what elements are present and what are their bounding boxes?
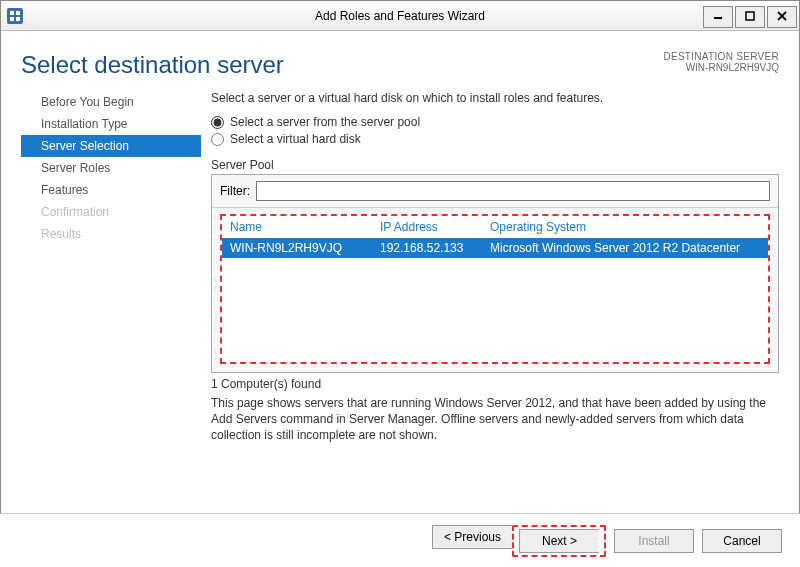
wizard-footer: < Previous Next > Install Cancel — [0, 513, 800, 567]
cell-name: WIN-RN9L2RH9VJQ — [230, 241, 380, 255]
intro-text: Select a server or a virtual hard disk o… — [211, 91, 779, 105]
step-features[interactable]: Features — [21, 179, 201, 201]
page-description-text: This page shows servers that are running… — [211, 395, 779, 444]
table-row[interactable]: WIN-RN9L2RH9VJQ 192.168.52.133 Microsoft… — [222, 238, 768, 258]
step-server-selection[interactable]: Server Selection — [21, 135, 201, 157]
wizard-body: Select destination server DESTINATION SE… — [1, 31, 799, 512]
title-bar: Add Roles and Features Wizard — [1, 1, 799, 31]
radio-server-pool-input[interactable] — [211, 116, 224, 129]
radio-vhd[interactable]: Select a virtual hard disk — [211, 132, 779, 146]
cell-ip: 192.168.52.133 — [380, 241, 490, 255]
destination-value: WIN-RN9L2RH9VJQ — [663, 62, 779, 73]
window-title: Add Roles and Features Wizard — [1, 9, 799, 23]
column-header-ip[interactable]: IP Address — [380, 220, 490, 234]
step-before-you-begin[interactable]: Before You Begin — [21, 91, 201, 113]
header-row: Select destination server DESTINATION SE… — [21, 41, 779, 79]
next-button[interactable]: Next > — [519, 529, 599, 553]
cancel-button[interactable]: Cancel — [702, 529, 782, 553]
prev-next-group: < Previous Next > — [432, 525, 606, 557]
filter-label: Filter: — [220, 184, 250, 198]
step-confirmation: Confirmation — [21, 201, 201, 223]
wizard-sidebar: Before You Begin Installation Type Serve… — [21, 91, 201, 491]
step-installation-type[interactable]: Installation Type — [21, 113, 201, 135]
radio-server-pool-label: Select a server from the server pool — [230, 115, 420, 129]
page-title: Select destination server — [21, 41, 284, 79]
install-button: Install — [614, 529, 694, 553]
column-header-name[interactable]: Name — [230, 220, 380, 234]
filter-input[interactable] — [256, 181, 770, 201]
previous-button[interactable]: < Previous — [432, 525, 512, 549]
radio-server-pool[interactable]: Select a server from the server pool — [211, 115, 779, 129]
filter-row: Filter: — [212, 175, 778, 208]
table-header-row: Name IP Address Operating System — [222, 216, 768, 238]
server-pool-box: Filter: Name IP Address Operating System… — [211, 174, 779, 373]
destination-label: DESTINATION SERVER — [663, 51, 779, 62]
cell-os: Microsoft Windows Server 2012 R2 Datacen… — [490, 241, 760, 255]
server-pool-label: Server Pool — [211, 158, 779, 172]
next-button-highlight: Next > — [512, 525, 606, 557]
computers-found-text: 1 Computer(s) found — [211, 377, 779, 391]
column-header-os[interactable]: Operating System — [490, 220, 760, 234]
content-pane: Select a server or a virtual hard disk o… — [201, 91, 779, 491]
destination-block: DESTINATION SERVER WIN-RN9L2RH9VJQ — [663, 41, 779, 73]
server-table: Name IP Address Operating System WIN-RN9… — [220, 214, 770, 364]
content-columns: Before You Begin Installation Type Serve… — [21, 91, 779, 491]
radio-vhd-label: Select a virtual hard disk — [230, 132, 361, 146]
step-results: Results — [21, 223, 201, 245]
step-server-roles[interactable]: Server Roles — [21, 157, 201, 179]
radio-vhd-input[interactable] — [211, 133, 224, 146]
